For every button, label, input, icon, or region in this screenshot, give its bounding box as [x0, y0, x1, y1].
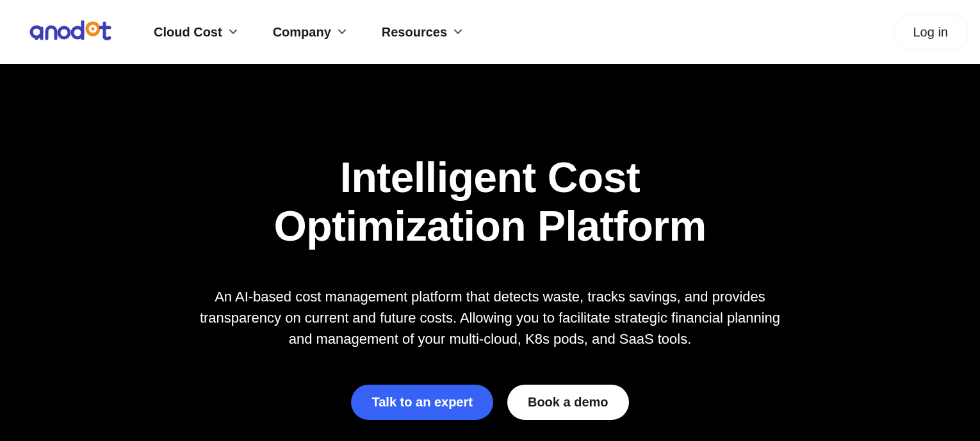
brand-logo[interactable]	[29, 19, 118, 45]
navbar: Cloud Cost Company Resources Log in	[0, 0, 980, 64]
hero-subtitle: An AI-based cost management platform tha…	[195, 286, 785, 349]
primary-nav: Cloud Cost Company Resources	[154, 25, 462, 40]
nav-item-label: Resources	[382, 25, 447, 40]
nav-item-resources[interactable]: Resources	[382, 25, 462, 40]
hero-title-line1: Intelligent Cost	[340, 154, 641, 201]
hero-title-line2: Optimization Platform	[274, 202, 706, 250]
nav-item-company[interactable]: Company	[273, 25, 347, 40]
chevron-down-icon	[338, 28, 347, 36]
svg-point-5	[92, 28, 95, 31]
hero-section: Intelligent Cost Optimization Platform A…	[0, 64, 980, 441]
chevron-down-icon	[453, 28, 462, 36]
chevron-down-icon	[229, 28, 238, 36]
book-demo-button[interactable]: Book a demo	[507, 385, 629, 420]
nav-item-cloud-cost[interactable]: Cloud Cost	[154, 25, 238, 40]
svg-point-1	[59, 28, 69, 38]
hero-cta-group: Talk to an expert Book a demo	[351, 385, 628, 420]
talk-to-expert-button[interactable]: Talk to an expert	[351, 385, 493, 420]
nav-item-label: Company	[273, 25, 331, 40]
hero-title: Intelligent Cost Optimization Platform	[274, 154, 706, 251]
brand-logo-svg	[29, 19, 118, 45]
nav-item-label: Cloud Cost	[154, 25, 222, 40]
login-button[interactable]: Log in	[894, 16, 968, 49]
